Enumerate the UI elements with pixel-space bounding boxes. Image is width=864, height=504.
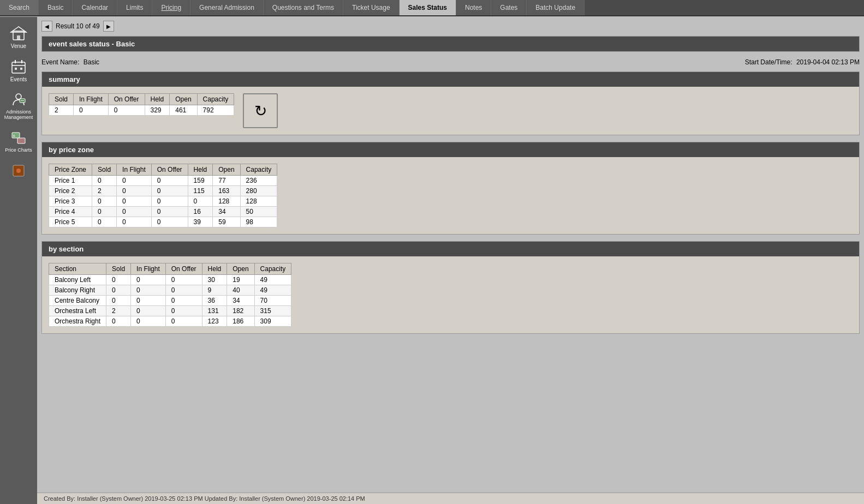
- pz-cell-3-2: 0: [117, 207, 152, 217]
- sec-cell-1-2: 0: [131, 285, 166, 296]
- pz-cell-0-2: 0: [117, 176, 152, 186]
- tab-search[interactable]: Search: [0, 0, 39, 15]
- section-row: Balcony Right00094049: [49, 285, 291, 296]
- pz-col-held: Held: [188, 164, 213, 176]
- sec-cell-3-1: 2: [106, 306, 131, 316]
- sec-cell-0-3: 0: [165, 275, 202, 285]
- summary-capacity: 792: [197, 105, 234, 116]
- start-datetime-field: Start Date/Time: 2019-04-04 02:13 PM: [745, 58, 860, 66]
- sec-cell-3-6: 315: [254, 306, 291, 316]
- pz-cell-0-0: Price 1: [49, 176, 92, 186]
- pz-col-onoffer: On Offer: [151, 164, 188, 176]
- summary-col-inflight: In Flight: [74, 94, 109, 105]
- summary-section: summary Sold In Flight On Offer Held Ope…: [41, 71, 860, 135]
- tab-batch-update[interactable]: Batch Update: [527, 0, 585, 15]
- summary-col-open: Open: [170, 94, 197, 105]
- event-name-value: Basic: [84, 58, 99, 66]
- pz-cell-1-5: 163: [213, 186, 240, 196]
- event-name-label: Event Name:: [41, 58, 79, 66]
- sec-cell-1-5: 40: [227, 285, 254, 296]
- tab-calendar[interactable]: Calendar: [73, 0, 117, 15]
- sec-cell-2-2: 0: [131, 296, 166, 306]
- pz-cell-1-3: 0: [151, 186, 188, 196]
- sec-col-open: Open: [227, 263, 254, 275]
- result-navigation: ◀ Result 10 of 49 ▶: [41, 21, 860, 32]
- summary-body: Sold In Flight On Offer Held Open Capaci…: [42, 87, 859, 135]
- admissions-icon: [10, 91, 27, 109]
- section-row: Centre Balcony000363470: [49, 296, 291, 306]
- footer-text: Created By: Installer (System Owner) 201…: [44, 495, 365, 502]
- sec-cell-2-1: 0: [106, 296, 131, 306]
- sec-col-section: Section: [49, 263, 106, 275]
- summary-table: Sold In Flight On Offer Held Open Capaci…: [49, 93, 234, 116]
- sidebar-item-plugin[interactable]: [1, 159, 36, 184]
- pz-cell-3-1: 0: [92, 207, 117, 217]
- sec-col-onoffer: On Offer: [165, 263, 202, 275]
- tab-pricing[interactable]: Pricing: [152, 0, 190, 15]
- svg-rect-8: [20, 68, 22, 70]
- pz-col-capacity: Capacity: [240, 164, 277, 176]
- pz-cell-1-4: 115: [188, 186, 213, 196]
- pz-cell-2-0: Price 3: [49, 196, 92, 207]
- sec-cell-1-6: 49: [254, 285, 291, 296]
- summary-inflight: 0: [74, 105, 109, 116]
- pz-col-sold: Sold: [92, 164, 117, 176]
- sidebar-item-events[interactable]: Events: [1, 55, 36, 86]
- sec-cell-1-4: 9: [202, 285, 227, 296]
- tab-questions-and-terms[interactable]: Questions and Terms: [264, 0, 343, 15]
- pz-cell-1-0: Price 2: [49, 186, 92, 196]
- pz-cell-2-3: 0: [151, 196, 188, 207]
- sec-cell-3-0: Orchestra Left: [49, 306, 106, 316]
- sec-cell-1-1: 0: [106, 285, 131, 296]
- start-datetime-value: 2019-04-04 02:13 PM: [796, 58, 860, 66]
- main-content: ◀ Result 10 of 49 ▶ event sales status -…: [37, 16, 864, 503]
- page-title: event sales status - Basic: [42, 37, 859, 51]
- tab-sales-status[interactable]: Sales Status: [400, 0, 456, 15]
- pz-cell-4-1: 0: [92, 217, 117, 227]
- pz-cell-0-4: 159: [188, 176, 213, 186]
- by-price-zone-body: Price Zone Sold In Flight On Offer Held …: [42, 157, 859, 234]
- pz-col-zone: Price Zone: [49, 164, 92, 176]
- pz-cell-3-5: 34: [213, 207, 240, 217]
- summary-sold: 2: [49, 105, 74, 116]
- sidebar-label-admissions: Admissions Management: [3, 110, 34, 121]
- sidebar-item-price-charts[interactable]: $ Price Charts: [1, 126, 36, 157]
- sec-cell-4-5: 186: [227, 316, 254, 327]
- sec-col-held: Held: [202, 263, 227, 275]
- sidebar-item-admissions[interactable]: Admissions Management: [1, 88, 36, 124]
- pz-cell-3-3: 0: [151, 207, 188, 217]
- tab-general-admission[interactable]: General Admission: [190, 0, 264, 15]
- pz-col-open: Open: [213, 164, 240, 176]
- summary-col-held: Held: [145, 94, 170, 105]
- start-datetime-label: Start Date/Time:: [745, 58, 793, 66]
- sec-cell-1-3: 0: [165, 285, 202, 296]
- sec-cell-4-0: Orchestra Right: [49, 316, 106, 327]
- tab-limits[interactable]: Limits: [117, 0, 152, 15]
- tab-gates[interactable]: Gates: [491, 0, 527, 15]
- sec-col-capacity: Capacity: [254, 263, 291, 275]
- summary-held: 329: [145, 105, 170, 116]
- summary-onoffer: 0: [108, 105, 145, 116]
- sec-cell-0-5: 19: [227, 275, 254, 285]
- plugin-icon: [10, 162, 27, 179]
- pz-col-inflight: In Flight: [117, 164, 152, 176]
- sec-cell-1-0: Balcony Right: [49, 285, 106, 296]
- section-row: Orchestra Right000123186309: [49, 316, 291, 327]
- pz-cell-4-6: 98: [240, 217, 277, 227]
- tab-ticket-usage[interactable]: Ticket Usage: [343, 0, 400, 15]
- tab-basic[interactable]: Basic: [39, 0, 73, 15]
- sec-cell-3-2: 0: [131, 306, 166, 316]
- by-section-section: by section Section Sold In Flight On Off…: [41, 241, 860, 334]
- tab-notes[interactable]: Notes: [456, 0, 491, 15]
- prev-result-button[interactable]: ◀: [41, 21, 52, 32]
- next-result-button[interactable]: ▶: [103, 21, 114, 32]
- pz-cell-3-0: Price 4: [49, 207, 92, 217]
- price-zone-row: Price 100015977236: [49, 176, 277, 186]
- summary-col-onoffer: On Offer: [108, 94, 145, 105]
- venue-icon: [10, 25, 27, 42]
- sidebar-item-venue[interactable]: Venue: [1, 21, 36, 52]
- refresh-button[interactable]: ↻: [243, 93, 278, 128]
- price-zone-row: Price 2200115163280: [49, 186, 277, 196]
- summary-col-capacity: Capacity: [197, 94, 234, 105]
- price-zone-row: Price 5000395998: [49, 217, 277, 227]
